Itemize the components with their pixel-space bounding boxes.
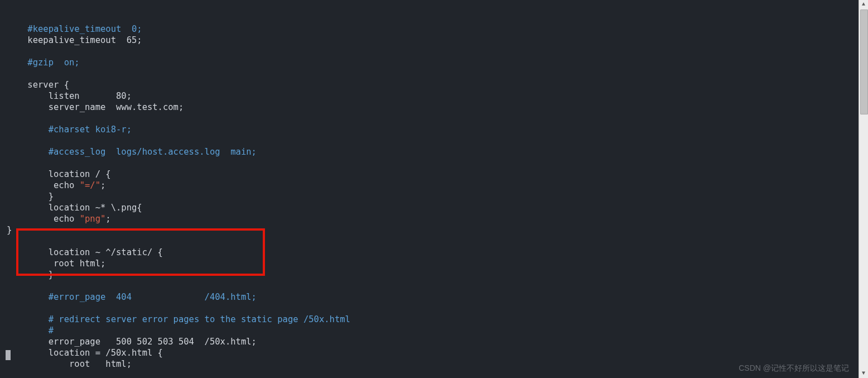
code-token: location / { [49, 169, 111, 179]
code-token: location ~* \.png{ [49, 203, 142, 213]
code-token: } [49, 192, 54, 202]
code-token: #error_page 404 /404.html; [49, 292, 257, 302]
code-token: echo [54, 180, 80, 190]
code-token: "=/" [80, 180, 100, 190]
code-token: } [7, 225, 12, 235]
code-token: "png" [80, 214, 106, 224]
code-token: server { [27, 80, 69, 90]
code-token: #keepalive_timeout 0; [27, 24, 142, 34]
scroll-up-arrow-icon[interactable]: ▲ [859, 0, 868, 9]
code-token: } [49, 270, 54, 280]
vertical-scrollbar[interactable]: ▲ ▼ [859, 0, 868, 378]
code-token: location = /50x.html { [49, 348, 163, 358]
code-token: ; [105, 214, 110, 224]
code-token: server_name www.test.com; [49, 102, 184, 112]
code-token: echo [54, 214, 80, 224]
code-token: location ~ ^/static/ { [49, 247, 163, 257]
code-token: keepalive_timeout 65; [27, 35, 142, 45]
scrollbar-thumb[interactable] [860, 9, 868, 114]
code-token: root html; [69, 359, 132, 369]
text-cursor [6, 350, 11, 360]
code-block[interactable]: #keepalive_timeout 0; keepalive_timeout … [7, 23, 350, 370]
code-token: listen 80; [49, 91, 132, 101]
code-token: root html; [54, 259, 105, 269]
editor-viewport: #keepalive_timeout 0; keepalive_timeout … [0, 0, 859, 378]
code-token: #gzip on; [27, 58, 79, 68]
code-token: error_page 500 502 503 504 /50x.html; [49, 337, 257, 347]
code-token: #charset koi8-r; [49, 125, 132, 135]
watermark-text: CSDN @记性不好所以这是笔记 [739, 362, 849, 374]
scroll-down-arrow-icon[interactable]: ▼ [859, 369, 868, 378]
code-token: ; [100, 180, 105, 190]
code-token: #access_log logs/host.access.log main; [49, 147, 257, 157]
code-token: # [49, 326, 54, 336]
code-token: # redirect server error pages to the sta… [49, 314, 350, 324]
